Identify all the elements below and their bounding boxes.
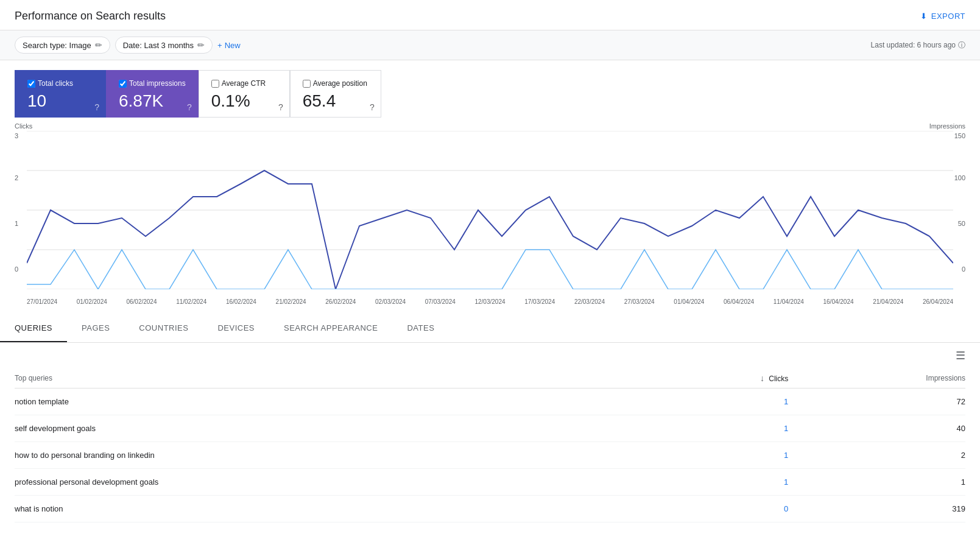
help-icon[interactable]: ? xyxy=(370,102,375,112)
edit-icon: ✏ xyxy=(197,40,205,50)
table-row[interactable]: how to do personal branding on linkedin … xyxy=(15,442,965,469)
metric-label: Total impressions xyxy=(119,79,186,88)
metrics-row: Total clicks 10 ? Total impressions 6.87… xyxy=(0,60,980,118)
query-cell: how to do personal branding on linkedin xyxy=(15,442,661,469)
queries-table: Top queries ↓ Clicks Impressions notion … xyxy=(15,368,965,522)
help-icon[interactable]: ? xyxy=(94,102,99,112)
impressions-cell: 1 xyxy=(788,469,965,496)
metric-value: 0.1% xyxy=(211,91,277,111)
tab-devices[interactable]: DEVICES xyxy=(203,315,269,342)
clicks-cell: 1 xyxy=(661,442,788,469)
table-row[interactable]: what is notion 0 319 xyxy=(15,496,965,522)
filter-button[interactable]: ☰ xyxy=(956,349,965,362)
metric-average-position[interactable]: Average position 65.4 ? xyxy=(290,70,381,118)
table-toolbar: ☰ xyxy=(15,343,965,368)
help-icon[interactable]: ? xyxy=(278,102,283,112)
date-filter[interactable]: Date: Last 3 months ✏ xyxy=(115,37,213,54)
page-title: Performance on Search results xyxy=(15,10,166,23)
tab-queries[interactable]: QUERIES xyxy=(0,315,67,342)
table-row[interactable]: notion template 1 72 xyxy=(15,388,965,415)
chart-container: Clicks 3 2 1 0 Impressions 150 100 50 0 … xyxy=(0,118,980,293)
table-container: ☰ Top queries ↓ Clicks Impressions notio… xyxy=(0,343,980,522)
search-type-filter[interactable]: Search type: Image ✏ xyxy=(15,37,110,54)
help-icon[interactable]: ? xyxy=(187,102,192,112)
impressions-cell: 72 xyxy=(788,388,965,415)
impressions-cell: 40 xyxy=(788,415,965,442)
metric-value: 65.4 xyxy=(303,91,368,111)
metric-label: Average position xyxy=(303,79,368,88)
metric-total-impressions[interactable]: Total impressions 6.87K ? xyxy=(106,70,199,118)
impressions-cell: 2 xyxy=(788,442,965,469)
query-cell: professional personal development goals xyxy=(15,469,661,496)
page-header: Performance on Search results ⬇ EXPORT xyxy=(0,0,980,30)
clicks-cell: 1 xyxy=(661,415,788,442)
metric-checkbox[interactable] xyxy=(303,80,311,88)
clicks-cell: 1 xyxy=(661,469,788,496)
metric-label: Total clicks xyxy=(27,79,93,88)
tabs: QUERIES PAGES COUNTRIES DEVICES SEARCH A… xyxy=(0,315,980,343)
metric-total-clicks[interactable]: Total clicks 10 ? xyxy=(15,70,106,118)
filter-icon: ☰ xyxy=(956,350,965,362)
metric-checkbox[interactable] xyxy=(27,80,35,88)
query-cell: notion template xyxy=(15,388,661,415)
impressions-cell: 319 xyxy=(788,496,965,522)
toolbar: Search type: Image ✏ Date: Last 3 months… xyxy=(0,30,980,60)
query-cell: self development goals xyxy=(15,415,661,442)
export-icon: ⬇ xyxy=(920,12,928,21)
info-icon: ⓘ xyxy=(958,40,965,51)
tabs-container: QUERIES PAGES COUNTRIES DEVICES SEARCH A… xyxy=(0,315,980,343)
col-clicks[interactable]: ↓ Clicks xyxy=(661,368,788,388)
metric-average-ctr[interactable]: Average CTR 0.1% ? xyxy=(199,70,290,118)
chart-label-impressions: Impressions xyxy=(929,122,965,130)
metric-value: 6.87K xyxy=(119,91,186,111)
chart-label-clicks: Clicks xyxy=(15,122,32,130)
toolbar-left: Search type: Image ✏ Date: Last 3 months… xyxy=(15,37,241,54)
table-row[interactable]: professional personal development goals … xyxy=(15,469,965,496)
chart-x-axis: 27/01/2024 01/02/2024 06/02/2024 11/02/2… xyxy=(27,298,953,305)
table-row[interactable]: self development goals 1 40 xyxy=(15,415,965,442)
last-updated: Last updated: 6 hours ago ⓘ xyxy=(871,40,965,51)
export-button[interactable]: ⬇ EXPORT xyxy=(920,12,965,21)
new-button[interactable]: + New xyxy=(217,41,241,50)
tab-dates[interactable]: DATES xyxy=(392,315,449,342)
metric-value: 10 xyxy=(27,91,93,111)
col-query: Top queries xyxy=(15,368,661,388)
edit-icon: ✏ xyxy=(95,40,102,50)
metric-label: Average CTR xyxy=(211,79,277,88)
tab-countries[interactable]: COUNTRIES xyxy=(124,315,203,342)
metric-checkbox[interactable] xyxy=(211,80,219,88)
tab-pages[interactable]: PAGES xyxy=(67,315,124,342)
tab-search-appearance[interactable]: SEARCH APPEARANCE xyxy=(269,315,392,342)
clicks-cell: 1 xyxy=(661,388,788,415)
clicks-cell: 0 xyxy=(661,496,788,522)
metric-checkbox[interactable] xyxy=(119,80,127,88)
col-impressions: Impressions xyxy=(788,368,965,388)
plus-icon: + xyxy=(217,41,222,50)
sort-icon: ↓ xyxy=(760,373,764,383)
chart-svg xyxy=(27,131,953,289)
query-cell: what is notion xyxy=(15,496,661,522)
